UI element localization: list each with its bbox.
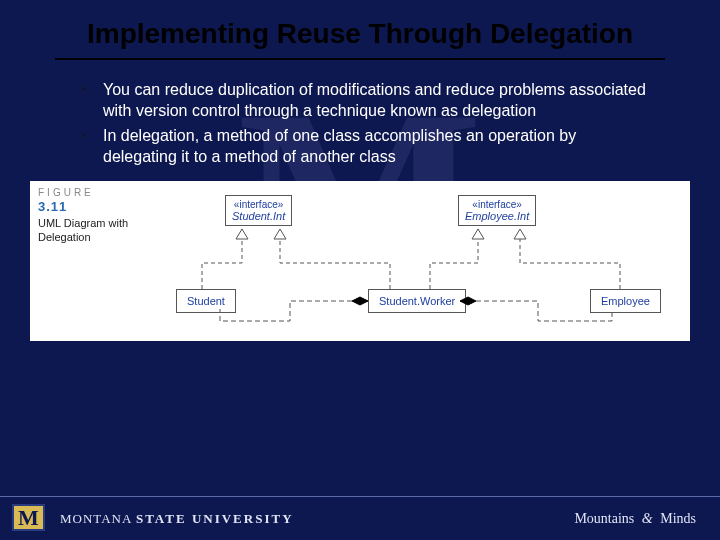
tagline-word: Minds — [660, 511, 696, 526]
bullet-item: You can reduce duplication of modificati… — [85, 80, 650, 122]
university-word: MONTANA — [60, 511, 132, 526]
ampersand-icon: & — [642, 511, 653, 526]
svg-marker-5 — [460, 297, 476, 305]
figure-panel: FIGURE 3.11 UML Diagram with Delegation … — [30, 181, 690, 341]
university-name: MONTANA STATE UNIVERSITY — [60, 511, 294, 527]
footer-bar: M MONTANA STATE UNIVERSITY Mountains & M… — [0, 496, 720, 540]
tagline-word: Mountains — [574, 511, 634, 526]
title-underline — [55, 58, 665, 60]
svg-marker-3 — [514, 229, 526, 239]
slide-title: Implementing Reuse Through Delegation — [0, 0, 720, 56]
uml-connectors — [30, 181, 690, 341]
svg-marker-0 — [236, 229, 248, 239]
bullet-item: In delegation, a method of one class acc… — [85, 126, 650, 168]
tagline: Mountains & Minds — [574, 511, 696, 527]
msu-logo: M — [12, 504, 50, 534]
bullet-list: You can reduce duplication of modificati… — [0, 72, 720, 167]
svg-marker-1 — [274, 229, 286, 239]
university-word: STATE UNIVERSITY — [136, 511, 294, 526]
svg-marker-4 — [352, 297, 368, 305]
logo-letter: M — [12, 504, 45, 531]
svg-marker-2 — [472, 229, 484, 239]
